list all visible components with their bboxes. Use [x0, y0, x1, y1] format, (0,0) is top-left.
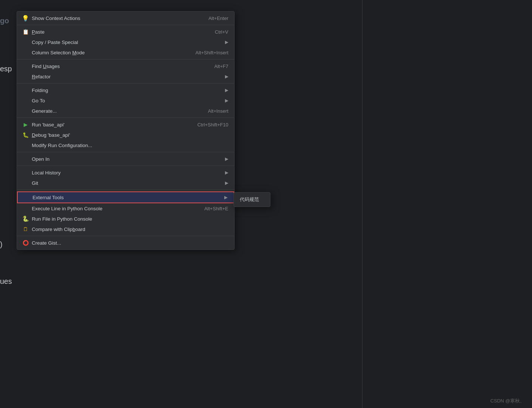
arrow-go-to: ▶: [225, 98, 228, 103]
menu-item-run-file-python[interactable]: 🐍 Run File in Python Console: [17, 214, 234, 224]
shortcut-paste: Ctrl+V: [215, 29, 228, 35]
shortcut-run: Ctrl+Shift+F10: [197, 122, 228, 127]
divider-1: [17, 25, 234, 25]
arrow-external-tools: ▶: [224, 195, 228, 200]
no-icon-copy-paste: [22, 39, 29, 45]
menu-label-folding: Folding: [32, 88, 48, 93]
menu-item-external-tools[interactable]: External Tools ▶ 代码规范: [17, 191, 234, 203]
menu-item-open-in[interactable]: Open In ▶: [17, 154, 234, 164]
menu-item-compare-clipboard[interactable]: 🗒 Compare with Clipboard: [17, 224, 234, 234]
editor-text-go: go: [0, 17, 9, 25]
menu-label-execute-line: Execute Line in Python Console: [32, 206, 102, 211]
paste-icon: 📋: [22, 28, 29, 35]
divider-3: [17, 83, 234, 84]
external-tools-submenu: 代码规范: [233, 192, 270, 207]
arrow-local-history: ▶: [225, 170, 228, 175]
no-icon-go-to: [22, 97, 29, 104]
menu-label-generate: Generate...: [32, 108, 57, 114]
menu-label-run-file-python: Run File in Python Console: [32, 216, 92, 222]
menu-label-modify-run-config: Modify Run Configuration...: [32, 143, 92, 148]
watermark: CSDN @寒秋、: [490, 398, 525, 404]
compare-icon: 🗒: [22, 226, 29, 232]
menu-label-git: Git: [32, 180, 38, 186]
no-icon-git: [22, 180, 29, 186]
no-icon-column: [22, 49, 29, 56]
bulb-icon: 💡: [22, 15, 29, 21]
divider-5: [17, 152, 234, 152]
editor-text-paren: ): [0, 240, 3, 249]
menu-label-column-selection: Column Selection Mode: [32, 50, 85, 55]
shortcut-column-selection: Alt+Shift+Insert: [195, 50, 228, 55]
menu-item-show-context-actions[interactable]: 💡 Show Context Actions Alt+Enter: [17, 13, 234, 23]
menu-label-open-in: Open In: [32, 156, 50, 162]
divider-8: [17, 236, 234, 236]
menu-item-column-selection[interactable]: Column Selection Mode Alt+Shift+Insert: [17, 47, 234, 58]
shortcut-generate: Alt+Insert: [208, 108, 228, 114]
menu-item-debug[interactable]: 🐛 Debug 'base_api': [17, 130, 234, 140]
menu-item-folding[interactable]: Folding ▶: [17, 85, 234, 95]
menu-label-find-usages: Find Usages: [32, 64, 60, 69]
arrow-copy-paste-special: ▶: [225, 40, 228, 45]
menu-item-refactor[interactable]: Refactor ▶: [17, 71, 234, 82]
no-icon-modify-run: [22, 142, 29, 149]
no-icon-refactor: [22, 73, 29, 80]
menu-label-compare-clipboard: Compare with Clipboard: [32, 227, 85, 232]
menu-label-refactor: Refactor: [32, 74, 51, 79]
menu-label-local-history: Local History: [32, 170, 61, 176]
shortcut-execute-line: Alt+Shift+E: [204, 206, 228, 211]
no-icon-find-usages: [22, 63, 29, 69]
no-icon-local-history: [22, 169, 29, 176]
run-icon: ▶: [22, 121, 29, 128]
menu-item-go-to[interactable]: Go To ▶: [17, 95, 234, 106]
no-icon-execute-line: [22, 205, 29, 212]
editor-text-ues: ues: [0, 277, 12, 286]
menu-label-create-gist: Create Gist...: [32, 240, 61, 246]
menu-item-find-usages[interactable]: Find Usages Alt+F7: [17, 61, 234, 71]
menu-item-generate[interactable]: Generate... Alt+Insert: [17, 106, 234, 116]
shortcut-find-usages: Alt+F7: [214, 64, 228, 69]
editor-text-esp: esp: [0, 65, 12, 73]
menu-item-local-history[interactable]: Local History ▶: [17, 167, 234, 178]
divider-2: [17, 59, 234, 59]
menu-label-show-context-actions: Show Context Actions: [32, 16, 80, 21]
python-icon: 🐍: [22, 215, 29, 222]
menu-label-copy-paste-special: Copy / Paste Special: [32, 40, 78, 45]
menu-item-modify-run-config[interactable]: Modify Run Configuration...: [17, 140, 234, 150]
menu-label-paste: Paste: [32, 29, 45, 35]
gist-icon: ⭕: [22, 239, 29, 246]
divider-4: [17, 118, 234, 118]
divider-6: [17, 166, 234, 166]
no-icon-external-tools: [23, 194, 30, 201]
menu-label-debug: Debug 'base_api': [32, 132, 70, 138]
shortcut-show-context-actions: Alt+Enter: [208, 16, 228, 21]
arrow-refactor: ▶: [225, 74, 228, 79]
menu-label-external-tools: External Tools: [33, 195, 64, 200]
editor-vertical-divider: [362, 0, 362, 408]
divider-7: [17, 190, 234, 190]
arrow-git: ▶: [225, 180, 228, 186]
debug-icon: 🐛: [22, 132, 29, 138]
no-icon-folding: [22, 87, 29, 94]
menu-label-run: Run 'base_api': [32, 122, 64, 127]
arrow-open-in: ▶: [225, 156, 228, 162]
context-menu: 💡 Show Context Actions Alt+Enter 📋 Paste…: [17, 11, 235, 250]
menu-item-create-gist[interactable]: ⭕ Create Gist...: [17, 238, 234, 248]
menu-item-paste[interactable]: 📋 Paste Ctrl+V: [17, 27, 234, 37]
no-icon-open-in: [22, 156, 29, 162]
menu-item-execute-line[interactable]: Execute Line in Python Console Alt+Shift…: [17, 203, 234, 214]
menu-item-git[interactable]: Git ▶: [17, 178, 234, 188]
menu-label-go-to: Go To: [32, 98, 45, 103]
no-icon-generate: [22, 108, 29, 114]
menu-item-copy-paste-special[interactable]: Copy / Paste Special ▶: [17, 37, 234, 47]
arrow-folding: ▶: [225, 88, 228, 93]
menu-item-run[interactable]: ▶ Run 'base_api' Ctrl+Shift+F10: [17, 119, 234, 130]
submenu-item-code-standard[interactable]: 代码规范: [234, 194, 270, 205]
